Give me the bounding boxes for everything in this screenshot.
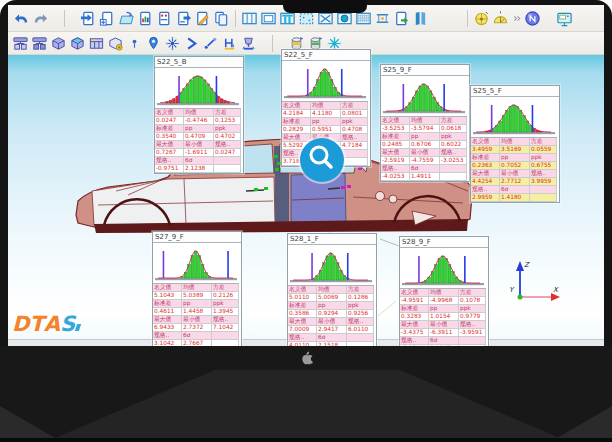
stat-label-cell: ppk [459, 305, 486, 313]
nav-sphere-icon[interactable] [523, 8, 542, 28]
stat-value-cell [347, 342, 374, 346]
window-view-icon[interactable] [259, 8, 278, 28]
more-4-icon[interactable] [587, 8, 600, 28]
stat-label-cell [347, 334, 374, 342]
panel-title[interactable]: S25_5_F [471, 86, 559, 97]
stat-value-cell: 0.0618 [440, 125, 467, 133]
dtas-logo: DTAS [12, 313, 80, 335]
stat-value-cell: 0.7052 [500, 162, 530, 170]
split-columns-icon[interactable] [240, 8, 259, 28]
stat-label-cell: 标准差 [471, 154, 500, 162]
point-marker-icon[interactable] [125, 33, 144, 53]
assembly-node-2-icon[interactable] [30, 33, 49, 53]
assembly-node-icon[interactable] [11, 33, 30, 53]
histogram [155, 68, 241, 109]
stat-value-cell: -4.0253 [381, 173, 410, 181]
stat-label-cell [214, 157, 241, 165]
stat-value-cell: -6.3911 [429, 329, 459, 337]
search-icon [302, 138, 342, 182]
pin-marker-icon[interactable] [144, 33, 163, 53]
page-transfer-icon[interactable] [392, 8, 411, 28]
fixture-icon[interactable] [239, 33, 258, 53]
panel-title[interactable]: S22_5_B [155, 57, 243, 68]
stat-label-cell: 最大值 [288, 318, 317, 326]
stat-value-cell [212, 340, 239, 346]
stat-panel-S25_9_F: S25_9_F名义值均值方差-3.5253-3.57940.0618标准差ppp… [380, 64, 470, 182]
stat-label-cell: 规格.. [400, 337, 429, 345]
more-2-icon[interactable] [542, 8, 555, 28]
stat-value-cell: 2.7667 [182, 340, 212, 346]
stat-value-cell: 0.1286 [347, 294, 374, 302]
stat-label-cell: pp [429, 305, 459, 313]
stat-value-cell: 2.1238 [184, 165, 214, 173]
stat-label-cell: 均值 [317, 286, 347, 294]
panel-title[interactable]: S25_9_F [381, 65, 469, 76]
stat-value-cell: 0.0247 [214, 149, 241, 157]
stat-label-cell: 最小值 [182, 316, 212, 324]
chevron-link-icon[interactable] [201, 33, 220, 53]
solid-box-2-icon[interactable] [68, 33, 87, 53]
stat-value-cell: 2.9959 [471, 194, 500, 202]
display-monitor-icon[interactable] [555, 8, 574, 28]
stat-label-cell: 名义值 [400, 289, 429, 297]
stat-label-cell: 规格.. [288, 334, 317, 342]
chart-report-icon[interactable] [136, 8, 155, 28]
more-1-icon[interactable] [510, 8, 523, 28]
stat-label-cell: 方差 [530, 138, 557, 146]
panel-title[interactable]: S28_9_F [400, 237, 488, 248]
more-3-icon[interactable] [574, 8, 587, 28]
chevron-right-icon[interactable] [182, 33, 201, 53]
toolbar-separator [467, 10, 468, 27]
stat-value-cell: 0.3586 [288, 310, 317, 318]
stat-value-cell: -0.4746 [184, 117, 214, 125]
caliper-icon[interactable] [373, 8, 392, 28]
measure-report-icon[interactable] [155, 8, 174, 28]
target-probe-icon[interactable] [472, 8, 491, 28]
stat-label-cell: 规格.. [341, 134, 368, 142]
stat-table: 名义值均值方差-3.5253-3.57940.0618标准差ppppk0.248… [381, 117, 469, 181]
edit-report-icon[interactable] [193, 8, 212, 28]
stat-panel-S28_9_F: S28_9_F名义值均值方差-4.9591-4.99680.1078标准差ppp… [399, 236, 489, 346]
stat-label-cell: ppk [530, 154, 557, 162]
search-button[interactable] [300, 138, 344, 182]
panel-title[interactable]: S22_5_F [282, 50, 370, 61]
solid-box-icon[interactable] [49, 33, 68, 53]
export-report-icon[interactable] [174, 8, 193, 28]
panel-title[interactable]: S27_9_F [153, 232, 241, 243]
stat-label-cell: 规格.. [381, 165, 410, 173]
stat-value-cell: 3.5169 [500, 146, 530, 154]
stat-label-cell: 最小值 [317, 318, 347, 326]
stat-label-cell: 方差 [214, 109, 241, 117]
stat-panel-S22_5_B: S22_5_B名义值均值方差0.0247-0.47460.1253标准差pppp… [154, 56, 244, 174]
stat-label-cell: ppk [341, 118, 368, 126]
redo-icon[interactable] [31, 8, 50, 28]
panel-title[interactable]: S28_1_F [288, 234, 376, 245]
stat-value-cell: 1.9697 [429, 345, 459, 346]
stat-value-cell: -3.9591 [459, 329, 486, 337]
cube-lock-icon[interactable] [106, 33, 125, 53]
import-model-icon[interactable] [79, 8, 98, 28]
stat-label-cell: 规格.. [347, 318, 374, 326]
stat-label-cell: 规格.. [459, 321, 486, 329]
stat-label-cell: 标准差 [400, 305, 429, 313]
compare-pages-icon[interactable] [411, 8, 430, 28]
open-model-icon[interactable] [117, 8, 136, 28]
dtas-logo-letter: D [12, 313, 29, 335]
stat-value-cell: 1.4458 [182, 308, 212, 316]
stat-value-cell: 5.1043 [153, 292, 182, 300]
undo-icon[interactable] [12, 8, 31, 28]
stat-label-cell: 方差 [459, 289, 486, 297]
stat-label-cell: 方差 [440, 117, 467, 125]
dof-node-icon[interactable] [163, 33, 182, 53]
angle-probe-icon[interactable] [491, 8, 510, 28]
datum-h-icon[interactable] [220, 33, 239, 53]
stat-label-cell: 最大值 [153, 316, 182, 324]
new-report-icon[interactable] [98, 8, 117, 28]
copy-report-icon[interactable] [212, 8, 231, 28]
stat-label-cell: 方差 [347, 286, 374, 294]
stat-value-cell: 0.4709 [184, 133, 214, 141]
stat-value-cell: 0.5951 [311, 126, 341, 134]
assembly-table-icon[interactable] [87, 33, 106, 53]
stat-label-cell: ppk [440, 133, 467, 141]
stat-value-cell: 2.9417 [317, 326, 347, 334]
